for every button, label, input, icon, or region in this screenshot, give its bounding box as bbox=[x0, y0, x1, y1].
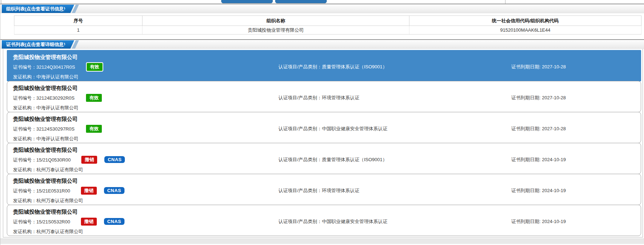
category-label: 认证项目/产品类别： bbox=[278, 126, 322, 131]
category-value: 质量管理体系认证（ISO9001） bbox=[322, 157, 387, 162]
expiry-label: 证书到期日期: bbox=[511, 157, 542, 162]
expiry-value: 2024-10-19 bbox=[542, 188, 566, 193]
category-label: 认证项目/产品类别： bbox=[278, 95, 322, 100]
issuer-label: 发证机构： bbox=[13, 198, 36, 203]
cert-no-label: 证书编号： bbox=[13, 157, 36, 163]
header-credit-code: 统一社会信用代码/组织机构代码 bbox=[409, 16, 641, 26]
category-value: 中国职业健康安全管理体系认证 bbox=[322, 126, 387, 131]
status-badge-valid: 有效 bbox=[86, 62, 103, 72]
expiry-value: 2027-10-28 bbox=[542, 126, 566, 131]
org-credit-code: 91520100MAAK6L1E44 bbox=[409, 26, 641, 35]
header-org-name: 组织名称 bbox=[142, 16, 409, 26]
status-badge-revoked: 撤销 bbox=[81, 218, 97, 226]
expiry-value: 2024-10-19 bbox=[542, 219, 566, 224]
certificate-company: 贵阳城投物业管理有限公司 bbox=[13, 115, 641, 123]
status-badge-revoked: 撤销 bbox=[81, 187, 97, 195]
certificate-card-4[interactable]: 贵阳城投物业管理有限公司 证书编号：15/21Q0530R00撤销CNAS 认证… bbox=[7, 143, 641, 174]
certificate-card-2[interactable]: 贵阳城投物业管理有限公司 证书编号：32124E30292R0S有效 认证项目/… bbox=[7, 81, 641, 112]
organization-table-header: 序号 组织名称 统一社会信用代码/组织机构代码 bbox=[14, 16, 641, 26]
cert-no-label: 证书编号： bbox=[13, 188, 36, 194]
search-panel-cutoff bbox=[1, 0, 505, 4]
cnas-badge: CNAS bbox=[104, 187, 124, 194]
cert-no-label: 证书编号： bbox=[13, 95, 36, 101]
top-button-1[interactable] bbox=[221, 0, 273, 3]
expiry-label: 证书到期日期: bbox=[511, 64, 542, 69]
issuer-label: 发证机构： bbox=[13, 74, 36, 80]
cnas-badge: CNAS bbox=[104, 218, 124, 225]
issuer-label: 发证机构： bbox=[13, 229, 36, 234]
organization-table-section: 序号 组织名称 统一社会信用代码/组织机构代码 1 贵阳城投物业管理有限公司 9… bbox=[0, 13, 644, 39]
cert-no-value: 15/21E0531R00 bbox=[36, 188, 70, 194]
cert-no-value: 15/21S0532R00 bbox=[36, 219, 70, 224]
certificate-card-6[interactable]: 贵阳城投物业管理有限公司 证书编号：15/21S0532R00撤销CNAS 认证… bbox=[7, 205, 641, 236]
certificate-card-5[interactable]: 贵阳城投物业管理有限公司 证书编号：15/21E0531R00撤销CNAS 认证… bbox=[7, 174, 641, 205]
category-value: 环境管理体系认证 bbox=[322, 188, 359, 193]
cert-no-value: 32124Q30417R0S bbox=[36, 64, 75, 70]
issuer-value: 杭州万泰认证有限公司 bbox=[36, 167, 83, 172]
status-badge-valid: 有效 bbox=[85, 124, 103, 133]
expiry-value: 2027-10-28 bbox=[542, 95, 566, 100]
issuer-label: 发证机构： bbox=[13, 105, 36, 110]
certificate-company: 贵阳城投物业管理有限公司 bbox=[13, 146, 641, 154]
certificate-company: 贵阳城投物业管理有限公司 bbox=[13, 84, 641, 92]
expiry-label: 证书到期日期: bbox=[511, 126, 542, 131]
certificate-list: 贵阳城投物业管理有限公司 证书编号：32124Q30417R0S有效 认证项目/… bbox=[3, 49, 643, 237]
issuer-value: 中海评认证有限公司 bbox=[36, 136, 78, 141]
org-section-band: 组织列表(点击查看证书信息) bbox=[0, 4, 644, 13]
organization-table-row[interactable]: 1 贵阳城投物业管理有限公司 91520100MAAK6L1E44 bbox=[14, 26, 641, 35]
certificate-company: 贵阳城投物业管理有限公司 bbox=[13, 177, 641, 185]
category-label: 认证项目/产品类别： bbox=[278, 219, 322, 224]
certificate-card-3[interactable]: 贵阳城投物业管理有限公司 证书编号：32124S30297R0S有效 认证项目/… bbox=[7, 112, 641, 143]
certificate-company: 贵阳城投物业管理有限公司 bbox=[13, 53, 641, 62]
cert-no-label: 证书编号： bbox=[13, 64, 36, 70]
certification-query-page: 组织列表(点击查看证书信息) 序号 组织名称 统一社会信用代码/组织机构代码 1… bbox=[0, 0, 644, 245]
status-badge-valid: 有效 bbox=[85, 93, 103, 103]
expiry-label: 证书到期日期: bbox=[511, 188, 542, 193]
organization-table: 序号 组织名称 统一社会信用代码/组织机构代码 1 贵阳城投物业管理有限公司 9… bbox=[14, 15, 641, 35]
expiry-value: 2024-10-19 bbox=[542, 157, 566, 162]
issuer-value: 杭州万泰认证有限公司 bbox=[36, 198, 83, 203]
cert-no-label: 证书编号： bbox=[13, 126, 36, 132]
cert-no-label: 证书编号： bbox=[13, 219, 36, 224]
cert-no-value: 32124S30297R0S bbox=[36, 126, 74, 132]
issuer-label: 发证机构： bbox=[13, 136, 36, 141]
cnas-badge: CNAS bbox=[104, 156, 125, 163]
certificate-card-1[interactable]: 贵阳城投物业管理有限公司 证书编号：32124Q30417R0S有效 认证项目/… bbox=[7, 50, 641, 81]
expiry-label: 证书到期日期: bbox=[511, 95, 542, 100]
certificate-company: 贵阳城投物业管理有限公司 bbox=[13, 208, 641, 216]
category-value: 环境管理体系认证 bbox=[322, 95, 359, 100]
issuer-value: 杭州万泰认证有限公司 bbox=[36, 229, 83, 234]
category-label: 认证项目/产品类别： bbox=[278, 188, 322, 193]
category-value: 中国职业健康安全管理体系认证 bbox=[322, 219, 387, 224]
issuer-label: 发证机构： bbox=[13, 167, 36, 172]
page-bottom-band bbox=[0, 239, 644, 244]
category-label: 认证项目/产品类别： bbox=[278, 64, 322, 69]
status-badge-revoked: 撤销 bbox=[81, 156, 97, 164]
expiry-value: 2027-10-28 bbox=[542, 64, 566, 69]
org-seq: 1 bbox=[14, 26, 142, 35]
cert-section-band: 证书列表(点击查看详细信息) bbox=[0, 39, 644, 49]
category-label: 认证项目/产品类别： bbox=[278, 157, 322, 162]
header-seq: 序号 bbox=[14, 16, 142, 26]
expiry-label: 证书到期日期: bbox=[511, 219, 542, 224]
org-name: 贵阳城投物业管理有限公司 bbox=[142, 26, 409, 35]
cert-no-value: 32124E30292R0S bbox=[36, 95, 74, 101]
issuer-value: 中海评认证有限公司 bbox=[36, 74, 78, 80]
tab-organization-list[interactable]: 组织列表(点击查看证书信息) bbox=[2, 5, 69, 13]
cert-no-value: 15/21Q0530R00 bbox=[36, 157, 71, 163]
category-value: 质量管理体系认证（ISO9001） bbox=[322, 64, 387, 69]
top-button-2[interactable] bbox=[275, 0, 327, 3]
issuer-value: 中海评认证有限公司 bbox=[36, 105, 78, 110]
tab-certificate-list[interactable]: 证书列表(点击查看详细信息) bbox=[2, 40, 69, 49]
